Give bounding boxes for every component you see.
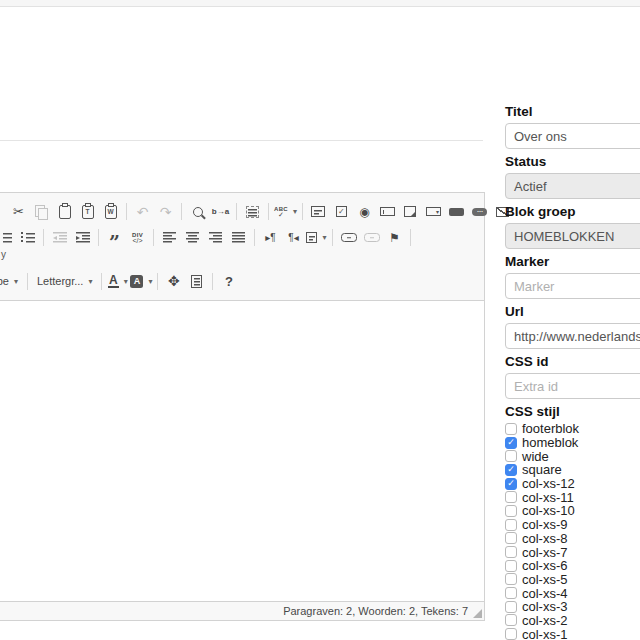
checkbox-homeblok-checked[interactable]: ✓ (505, 437, 517, 449)
background-color-icon[interactable]: A▾ (129, 270, 153, 293)
text-color-icon[interactable]: A▾ (106, 270, 129, 293)
checkbox-row-col-xs-1[interactable]: col-xs-1 (505, 627, 640, 640)
toolbar-separator (27, 273, 28, 290)
editor-content[interactable] (0, 301, 484, 601)
numbered-list-icon[interactable] (0, 226, 16, 249)
text-field-icon[interactable] (376, 200, 399, 223)
find-icon[interactable] (186, 200, 209, 223)
field-status: StatusActief (505, 154, 640, 199)
checkbox-row-footerblok[interactable]: footerblok (505, 422, 640, 436)
bidi-rtl-icon[interactable]: ¶◂ (282, 226, 305, 249)
checkbox-wide-unchecked[interactable] (505, 450, 517, 462)
field-titel: TitelOver ons (505, 104, 640, 149)
align-left-icon[interactable] (158, 226, 181, 249)
paste-as-text-icon[interactable]: T (76, 200, 99, 223)
checkbox-row-col-xs-5[interactable]: col-xs-5 (505, 573, 640, 587)
clipped-toolbar-fragment: y (1, 249, 6, 260)
checkbox-col-xs-10-unchecked[interactable] (505, 505, 517, 517)
button-field-icon[interactable] (445, 200, 468, 223)
field-marker: MarkerMarker (505, 254, 640, 299)
marker-placeholder: Marker (514, 279, 554, 294)
checkbox-row-square[interactable]: ✓square (505, 463, 640, 477)
checkbox-row-col-xs-4[interactable]: col-xs-4 (505, 586, 640, 600)
toolbar-separator (98, 229, 99, 246)
toolbar-separator (332, 229, 333, 246)
status-value: Actief (514, 179, 547, 194)
blok-groep-select[interactable]: HOMEBLOKKEN (505, 223, 640, 249)
blockquote-icon[interactable]: ” (103, 226, 126, 249)
form-icon[interactable] (307, 200, 330, 223)
checkbox-col-xs-5-unchecked[interactable] (505, 573, 517, 585)
checkbox-col-xs-1-unchecked[interactable] (505, 628, 517, 640)
indent-icon[interactable] (71, 226, 94, 249)
select-field-icon[interactable] (422, 200, 445, 223)
maximize-icon[interactable]: ✥ (162, 270, 185, 293)
field-url: Urlhttp://www.nederlandseijz (505, 304, 640, 349)
url-input[interactable]: http://www.nederlandseijz (505, 323, 640, 349)
checkbox-col-xs-4-unchecked[interactable] (505, 587, 517, 599)
anchor-icon[interactable]: ⚑ (383, 226, 406, 249)
toolbar-separator (410, 229, 411, 246)
select-all-icon[interactable] (241, 200, 264, 223)
link-icon[interactable] (337, 226, 360, 249)
checkbox-row-col-xs-2[interactable]: col-xs-2 (505, 614, 640, 628)
checkbox-footerblok-unchecked[interactable] (505, 423, 517, 435)
checkbox-col-xs-6-unchecked[interactable] (505, 560, 517, 572)
undo-icon[interactable]: ↶ (131, 200, 154, 223)
show-blocks-icon[interactable] (185, 270, 208, 293)
checkbox-label: col-xs-1 (522, 627, 568, 640)
redo-icon[interactable]: ↷ (154, 200, 177, 223)
about-icon[interactable]: ? (217, 270, 240, 293)
checkbox-col-xs-12-checked[interactable]: ✓ (505, 478, 517, 490)
checkbox-col-xs-2-unchecked[interactable] (505, 614, 517, 626)
checkbox-col-xs-7-unchecked[interactable] (505, 546, 517, 558)
titel-input[interactable]: Over ons (505, 123, 640, 149)
marker-input[interactable]: Marker (505, 273, 640, 299)
settings-sidebar: TitelOver onsStatusActiefBlok groepHOMEB… (505, 104, 640, 640)
outdent-icon[interactable] (48, 226, 71, 249)
sidebar-fields: TitelOver onsStatusActiefBlok groepHOMEB… (505, 104, 640, 399)
spellcheck-icon[interactable]: ABC✓▾ (273, 200, 298, 223)
align-justify-icon[interactable] (227, 226, 250, 249)
replace-icon[interactable]: b→a (209, 200, 232, 223)
image-button-icon[interactable] (468, 200, 491, 223)
checkbox-col-xs-3-unchecked[interactable] (505, 601, 517, 613)
url-label: Url (505, 304, 640, 320)
unlink-icon[interactable] (360, 226, 383, 249)
status-label: Status (505, 154, 640, 170)
font-size-combo[interactable]: Lettergr...▾ (32, 270, 98, 292)
checkbox-row-col-xs-6[interactable]: col-xs-6 (505, 559, 640, 573)
bidi-ltr-icon[interactable]: ▸¶ (259, 226, 282, 249)
div-container-icon[interactable]: DIV</> (126, 226, 149, 249)
checkbox-col-xs-8-unchecked[interactable] (505, 532, 517, 544)
paste-from-word-icon[interactable]: W (99, 200, 122, 223)
paste-icon[interactable] (53, 200, 76, 223)
checkbox-col-xs-11-unchecked[interactable] (505, 491, 517, 503)
checkbox-row-col-xs-3[interactable]: col-xs-3 (505, 600, 640, 614)
radio-field-icon[interactable]: ◉ (353, 200, 376, 223)
align-center-icon[interactable] (181, 226, 204, 249)
language-icon[interactable]: ▾ (305, 226, 328, 249)
css-id-input[interactable]: Extra id (505, 373, 640, 399)
toolbar-separator (236, 203, 237, 220)
checkbox-row-homeblok[interactable]: ✓homeblok (505, 436, 640, 450)
copy-icon[interactable] (30, 200, 53, 223)
checkbox-row-col-xs-12[interactable]: ✓col-xs-12 (505, 477, 640, 491)
toolbar-separator (254, 229, 255, 246)
checkbox-row-col-xs-10[interactable]: col-xs-10 (505, 504, 640, 518)
textarea-icon[interactable] (399, 200, 422, 223)
resize-grip[interactable] (473, 609, 482, 618)
checkbox-row-wide[interactable]: wide (505, 449, 640, 463)
align-right-icon[interactable] (204, 226, 227, 249)
status-select[interactable]: Actief (505, 173, 640, 199)
checkbox-row-col-xs-7[interactable]: col-xs-7 (505, 545, 640, 559)
font-name-combo[interactable]: Lettertype▾ (0, 270, 23, 292)
cut-icon[interactable]: ✂ (7, 200, 30, 223)
checkbox-row-col-xs-11[interactable]: col-xs-11 (505, 490, 640, 504)
checkbox-row-col-xs-8[interactable]: col-xs-8 (505, 532, 640, 546)
checkbox-square-checked[interactable]: ✓ (505, 464, 517, 476)
checkbox-field-icon[interactable]: ✓ (330, 200, 353, 223)
checkbox-col-xs-9-unchecked[interactable] (505, 519, 517, 531)
bulleted-list-icon[interactable] (16, 226, 39, 249)
checkbox-row-col-xs-9[interactable]: col-xs-9 (505, 518, 640, 532)
